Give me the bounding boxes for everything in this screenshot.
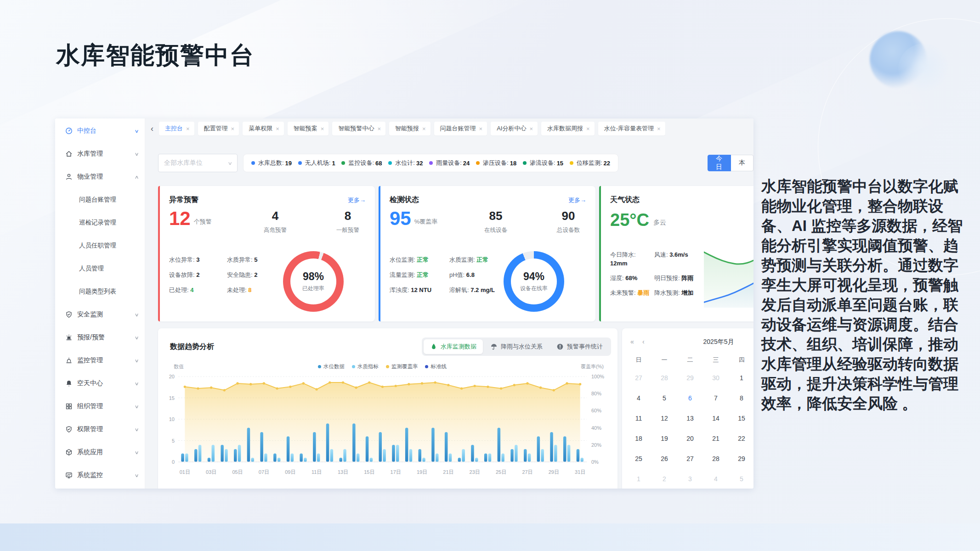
range-button[interactable]: 本 (731, 155, 753, 171)
tab[interactable]: 智能预警中心× (332, 122, 385, 135)
tab[interactable]: 主控台× (159, 122, 194, 135)
sidebar-item-label: 组织管理 (77, 402, 135, 410)
calendar-day[interactable]: 28 (651, 374, 677, 382)
tab-label: AI分析中心 (497, 124, 526, 133)
sidebar-item[interactable]: 系统应用∨ (55, 441, 145, 464)
chart-view-tab[interactable]: 预警事件统计 (550, 339, 609, 354)
sidebar-item-label: 物业管理 (77, 173, 135, 181)
sidebar-item[interactable]: 空天中心∨ (55, 372, 145, 395)
sidebar-subitem[interactable]: 巡检记录管理 (55, 211, 145, 234)
calendar-day[interactable]: 27 (677, 455, 703, 462)
calendar-day[interactable]: 26 (651, 455, 677, 462)
legend-dot-icon (386, 365, 389, 368)
close-icon[interactable]: × (422, 126, 426, 132)
tab[interactable]: 配置管理× (198, 122, 239, 135)
close-icon[interactable]: × (231, 126, 235, 132)
calendar-day[interactable]: 3 (677, 475, 703, 483)
calendar-day[interactable]: 15 (729, 415, 753, 422)
calendar-day[interactable]: 12 (651, 415, 677, 422)
close-icon[interactable]: × (479, 126, 483, 132)
legend-item[interactable]: 标准线 (425, 363, 447, 370)
sidebar-subitem[interactable]: 问题类型列表 (55, 280, 145, 303)
range-button[interactable]: 今日 (708, 155, 731, 171)
calendar-day[interactable]: 29 (729, 455, 753, 462)
reservoir-select[interactable]: 全部水库单位 ∨ (158, 154, 238, 172)
svg-text:10: 10 (169, 416, 175, 422)
legend-label: 水位数据 (323, 363, 345, 370)
calendar-day[interactable]: 25 (626, 455, 651, 462)
sidebar-item[interactable]: 系统监控∨ (55, 464, 145, 487)
calendar-day[interactable]: 5 (729, 475, 753, 483)
sidebar-item-label: 水库管理 (77, 150, 135, 158)
tab[interactable]: 智能预案× (288, 122, 329, 135)
card-title: 检测状态 (390, 195, 419, 205)
alerts-card: 异常预警 更多→ 12 个预警 4 高危预警 8 一般预警 水位异常: 3水质异… (158, 186, 375, 321)
sidebar-subitem[interactable]: 人员任职管理 (55, 234, 145, 257)
close-icon[interactable]: × (276, 126, 279, 132)
more-link[interactable]: 更多→ (568, 196, 586, 204)
tab[interactable]: 水位-库容量表管理× (598, 122, 665, 135)
sidebar-item[interactable]: 中控台∨ (55, 119, 145, 142)
calendar-day[interactable]: 20 (677, 435, 703, 442)
calendar-day[interactable]: 18 (626, 435, 651, 442)
trend-chart: 051015200%20%40%60%80%100%01日03日05日07日09… (162, 371, 608, 487)
calendar-day[interactable]: 21 (703, 435, 729, 442)
sidebar-item-label: 系统监控 (77, 471, 135, 479)
sidebar-item[interactable]: 预报/预警∨ (55, 326, 145, 349)
sidebar-item[interactable]: 组织管理∨ (55, 395, 145, 418)
tab[interactable]: 智能预报× (389, 122, 431, 135)
calendar-day[interactable]: 13 (677, 415, 703, 422)
back-chevron-icon[interactable]: ‹ (151, 124, 153, 133)
close-icon[interactable]: × (186, 126, 190, 132)
close-icon[interactable]: × (586, 126, 590, 132)
calendar-day[interactable]: 6 (677, 394, 703, 402)
calendar-day[interactable]: 8 (729, 394, 753, 402)
sidebar-subitem[interactable]: 人员管理 (55, 257, 145, 280)
legend-item[interactable]: 水质指标 (352, 363, 379, 370)
calendar-day[interactable]: 1 (626, 475, 651, 483)
close-icon[interactable]: × (657, 126, 661, 132)
device-stat: 位移监测:22 (570, 159, 610, 167)
device-stat-value: 19 (285, 160, 292, 167)
calendar-day[interactable]: 29 (677, 374, 703, 382)
close-icon[interactable]: × (377, 126, 381, 132)
detail-item: 未来预警: 暴雨 (610, 288, 654, 297)
high-risk-stat: 4 高危预警 (264, 210, 287, 234)
calendar-day[interactable]: 28 (703, 455, 729, 462)
tab[interactable]: 菜单权限× (243, 122, 284, 135)
legend-item[interactable]: 水位数据 (318, 363, 345, 370)
calendar-day[interactable]: 22 (729, 435, 753, 442)
calendar-day[interactable]: 4 (626, 394, 651, 402)
sidebar-item[interactable]: 安全监测∨ (55, 303, 145, 326)
calendar-title: 2025年5月 (622, 331, 753, 352)
sidebar-item[interactable]: 水库管理∨ (55, 142, 145, 165)
sidebar-item[interactable]: 权限管理∨ (55, 418, 145, 441)
calendar-day[interactable]: 2 (651, 475, 677, 483)
calendar-day[interactable]: 11 (626, 415, 651, 422)
detail-value: 3.6m/s (669, 251, 688, 258)
chart-view-tab[interactable]: 水库监测数据 (424, 339, 483, 354)
temperature-value: 25°C (610, 211, 649, 229)
sidebar-item[interactable]: 监控管理∨ (55, 349, 145, 372)
legend-item[interactable]: 监测覆盖率 (386, 363, 418, 370)
close-icon[interactable]: × (321, 126, 324, 132)
sidebar-subitem[interactable]: 问题台账管理 (55, 188, 145, 211)
more-link[interactable]: 更多→ (348, 196, 366, 204)
sidebar-item[interactable]: 物业管理∧ (55, 165, 145, 188)
close-icon[interactable]: × (529, 126, 533, 132)
calendar-day[interactable]: 5 (651, 394, 677, 402)
tab[interactable]: 问题台账管理× (434, 122, 487, 135)
calendar-day[interactable]: 7 (703, 394, 729, 402)
calendar-day[interactable]: 30 (703, 374, 729, 382)
calendar-day[interactable]: 4 (703, 475, 729, 483)
tab[interactable]: AI分析中心× (491, 122, 538, 135)
donut-label: 设备在线率 (520, 285, 548, 292)
calendar-day[interactable]: 27 (626, 374, 651, 382)
calendar-day[interactable]: 14 (703, 415, 729, 422)
calendar-day[interactable]: 19 (651, 435, 677, 442)
calendar-day[interactable]: 1 (729, 374, 753, 382)
tab[interactable]: 水库数据周报× (541, 122, 595, 135)
svg-text:21日: 21日 (443, 469, 453, 475)
page-title: 水库智能预警中台 (56, 39, 255, 72)
chart-view-tab[interactable]: 降雨与水位关系 (484, 339, 549, 354)
